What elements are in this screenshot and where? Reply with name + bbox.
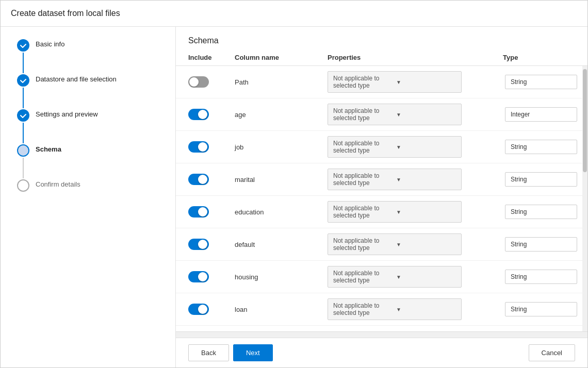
toggle-job[interactable] [188, 141, 209, 153]
scrollbar-track[interactable] [582, 66, 587, 331]
col-header-column-name: Column name [235, 54, 328, 61]
properties-select-job[interactable]: Not applicable to selected type▼ [328, 136, 462, 158]
sidebar: Basic info Datastore and file selection [1, 27, 176, 367]
type-box-education: String [505, 205, 577, 219]
properties-select-loan[interactable]: Not applicable to selected type▼ [328, 298, 462, 320]
col-header-type: Type [503, 54, 575, 61]
toggle-education[interactable] [188, 206, 209, 218]
table-header: Include Column name Properties Type [176, 49, 587, 66]
table-row: ageNot applicable to selected type▼Integ… [176, 98, 587, 131]
step-icon-datastore [17, 74, 29, 87]
content-area: Basic info Datastore and file selection [1, 27, 587, 367]
type-box-loan: String [505, 302, 577, 316]
col-name-default: default [235, 241, 328, 248]
properties-select-education[interactable]: Not applicable to selected type▼ [328, 201, 462, 223]
type-box-age: Integer [505, 107, 577, 122]
col-name-loan: loan [235, 306, 328, 313]
sidebar-label-basic-info: Basic info [36, 39, 64, 48]
cancel-button[interactable]: Cancel [529, 344, 575, 361]
toggle-loan[interactable] [188, 304, 209, 315]
properties-select-Path[interactable]: Not applicable to selected type▼ [328, 71, 462, 93]
main-panel: Schema Include Column name Properties Ty… [176, 27, 587, 367]
chevron-down-icon: ▼ [396, 177, 456, 182]
chevron-down-icon: ▼ [396, 79, 456, 85]
properties-select-default[interactable]: Not applicable to selected type▼ [328, 233, 462, 255]
toggle-housing[interactable] [188, 271, 209, 282]
table-body: PathNot applicable to selected type▼Stri… [176, 66, 587, 331]
sidebar-label-confirm: Confirm details [36, 179, 80, 188]
type-box-job: String [505, 140, 577, 154]
col-header-include: Include [188, 54, 235, 61]
scrollbar-thumb[interactable] [583, 69, 587, 172]
chevron-down-icon: ▼ [396, 209, 456, 215]
properties-select-age[interactable]: Not applicable to selected type▼ [328, 104, 462, 125]
footer-left-buttons: Back Next [188, 344, 273, 361]
table-row: educationNot applicable to selected type… [176, 196, 587, 228]
horizontal-scrollbar[interactable] [176, 331, 587, 338]
table-row: defaultNot applicable to selected type▼S… [176, 228, 587, 261]
col-name-housing: housing [235, 273, 328, 281]
table-row: loanNot applicable to selected type▼Stri… [176, 293, 587, 326]
sidebar-item-datastore: Datastore and file selection [17, 74, 159, 109]
footer: Back Next Cancel [176, 338, 587, 367]
title-bar: Create dataset from local files [1, 1, 587, 27]
footer-right-buttons: Cancel [529, 344, 575, 361]
chevron-down-icon: ▼ [396, 112, 456, 118]
chevron-down-icon: ▼ [396, 144, 456, 150]
toggle-Path[interactable] [188, 76, 209, 88]
step-icon-schema [17, 144, 29, 157]
sidebar-item-schema: Schema [17, 144, 159, 179]
toggle-default[interactable] [188, 239, 209, 250]
type-box-housing: String [505, 270, 577, 284]
schema-title: Schema [176, 27, 587, 49]
chevron-down-icon: ▼ [396, 242, 456, 247]
sidebar-label-datastore: Datastore and file selection [36, 74, 117, 83]
back-button[interactable]: Back [188, 344, 229, 361]
table-row: PathNot applicable to selected type▼Stri… [176, 66, 587, 98]
step-icon-settings [17, 109, 29, 122]
chevron-down-icon: ▼ [396, 307, 456, 312]
col-name-marital: marital [235, 176, 328, 183]
properties-select-housing[interactable]: Not applicable to selected type▼ [328, 266, 462, 288]
table-row: maritalNot applicable to selected type▼S… [176, 163, 587, 196]
next-button[interactable]: Next [233, 344, 273, 361]
window: Create dataset from local files Basic in… [0, 0, 588, 368]
chevron-down-icon: ▼ [396, 274, 456, 280]
toggle-age[interactable] [188, 109, 209, 120]
type-box-marital: String [505, 172, 577, 187]
table-row: housingNot applicable to selected type▼S… [176, 261, 587, 293]
type-box-Path: String [505, 75, 577, 89]
toggle-marital[interactable] [188, 174, 209, 185]
sidebar-item-confirm: Confirm details [17, 179, 159, 192]
sidebar-label-schema: Schema [36, 144, 61, 153]
sidebar-item-basic-info: Basic info [17, 39, 159, 74]
col-name-education: education [235, 208, 328, 216]
properties-select-marital[interactable]: Not applicable to selected type▼ [328, 169, 462, 190]
type-box-default: String [505, 237, 577, 252]
step-icon-confirm [17, 179, 29, 192]
sidebar-item-settings: Settings and preview [17, 109, 159, 144]
col-name-job: job [235, 143, 328, 151]
col-name-Path: Path [235, 78, 328, 86]
col-name-age: age [235, 111, 328, 119]
col-header-properties: Properties [328, 54, 503, 61]
step-icon-basic-info [17, 39, 29, 52]
window-title: Create dataset from local files [11, 9, 120, 18]
sidebar-label-settings: Settings and preview [36, 109, 98, 118]
table-row: jobNot applicable to selected type▼Strin… [176, 131, 587, 163]
